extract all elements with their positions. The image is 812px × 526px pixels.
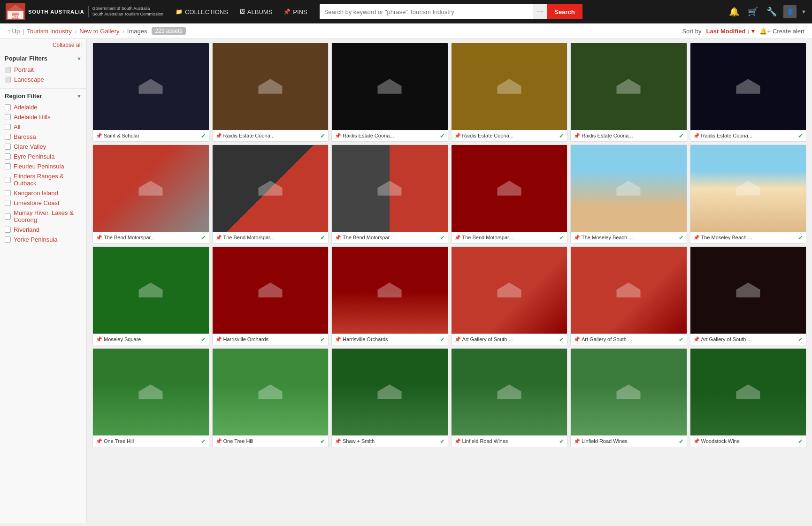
image-card[interactable]: SOUTH 📌Saint & Scholar✔ bbox=[92, 43, 209, 142]
search-bar: ··· Search bbox=[320, 4, 582, 19]
popular-filters-section: Popular Filters ▼ ⬜ Portrait ⬜ Landscape bbox=[0, 51, 86, 89]
image-title: 📌The Bend Motorspar... bbox=[96, 235, 201, 241]
avatar-dropdown[interactable]: ▼ bbox=[801, 9, 806, 15]
sidebar: Collapse all Popular Filters ▼ ⬜ Portrai… bbox=[0, 39, 87, 523]
tourism-industry-link[interactable]: Tourism Industry bbox=[27, 28, 72, 35]
region-item-12[interactable]: Yorke Peninsula bbox=[5, 235, 82, 244]
popular-filters-title[interactable]: Popular Filters ▼ bbox=[5, 55, 82, 62]
region-item-5[interactable]: Eyre Peninsula bbox=[5, 152, 82, 161]
region-checkbox bbox=[5, 213, 11, 220]
region-item-7[interactable]: Flinders Ranges & Outback bbox=[5, 171, 82, 188]
landscape-filter[interactable]: ⬜ Landscape bbox=[5, 75, 82, 84]
region-item-8[interactable]: Kangaroo Island bbox=[5, 188, 82, 198]
verified-check-icon: ✔ bbox=[201, 336, 206, 343]
sort-arrow-icon: ↓ ▾ bbox=[747, 28, 755, 35]
sep3: › bbox=[122, 28, 124, 35]
region-item-9[interactable]: Limestone Coast bbox=[5, 198, 82, 208]
collections-nav[interactable]: 📁 COLLECTIONS bbox=[171, 6, 233, 18]
region-label: Clare Valley bbox=[14, 143, 46, 150]
image-title-text: Art Gallery of South ... bbox=[701, 336, 752, 342]
image-card[interactable]: SOUTH 📌Linfield Road Wines✔ bbox=[570, 348, 687, 447]
image-card[interactable]: SOUTH 📌The Bend Motorspar...✔ bbox=[92, 145, 209, 244]
breadcrumb-up[interactable]: ↑ Up bbox=[8, 28, 20, 35]
user-avatar[interactable]: 👤 bbox=[783, 5, 797, 18]
image-title: 📌Harrisville Orchards bbox=[335, 336, 440, 343]
svg-marker-26 bbox=[617, 181, 641, 196]
image-card[interactable]: SOUTH 📌The Bend Motorspar...✔ bbox=[331, 145, 448, 244]
image-card[interactable]: SOUTH 📌Raidis Estate Coona...✔ bbox=[331, 43, 448, 142]
svg-text:SOUTH: SOUTH bbox=[380, 190, 391, 193]
region-item-3[interactable]: Barossa bbox=[5, 132, 82, 142]
region-filter-title[interactable]: Region Filter ▼ bbox=[5, 92, 82, 99]
image-card[interactable]: SOUTH 📌Art Gallery of South ...✔ bbox=[690, 246, 807, 345]
image-thumbnail: SOUTH bbox=[93, 145, 209, 232]
create-alert-btn[interactable]: 🔔+ Create alert bbox=[759, 28, 804, 35]
image-card[interactable]: SOUTH 📌One Tree Hill✔ bbox=[92, 348, 209, 447]
sort-field[interactable]: Last Modified ↓ ▾ bbox=[706, 28, 755, 35]
image-card[interactable]: SOUTH 📌The Moseley Beach ...✔ bbox=[690, 145, 807, 244]
verified-check-icon: ✔ bbox=[798, 336, 803, 343]
pin-icon: 📌 bbox=[574, 336, 580, 343]
svg-marker-12 bbox=[497, 79, 521, 94]
pins-nav[interactable]: 📌 PINS bbox=[279, 6, 312, 18]
sa-text: SOUTH AUSTRALIA bbox=[28, 9, 84, 15]
region-item-6[interactable]: Fleurieu Peninsula bbox=[5, 161, 82, 171]
image-title-text: Saint & Scholar bbox=[104, 133, 139, 138]
image-card[interactable]: SOUTH 📌Linfield Road Wines✔ bbox=[451, 348, 568, 447]
verified-check-icon: ✔ bbox=[679, 132, 684, 139]
image-title-text: Raidis Estate Coona... bbox=[343, 133, 394, 138]
region-item-2[interactable]: All bbox=[5, 122, 82, 132]
image-card[interactable]: SOUTH 📌Raidis Estate Coona...✔ bbox=[570, 43, 687, 142]
search-button[interactable]: Search bbox=[547, 4, 582, 19]
tools-icon[interactable]: 🔧 bbox=[765, 5, 779, 19]
pin-icon: 📌 bbox=[335, 438, 341, 444]
image-card[interactable]: SOUTH 📌The Bend Motorspar...✔ bbox=[451, 145, 568, 244]
pin-icon: 📌 bbox=[335, 133, 341, 139]
image-card[interactable]: SOUTH 📌Raidis Estate Coona...✔ bbox=[212, 43, 329, 142]
collections-label: COLLECTIONS bbox=[185, 8, 228, 15]
bell-icon[interactable]: 🔔 bbox=[727, 5, 741, 19]
region-item-4[interactable]: Clare Valley bbox=[5, 142, 82, 152]
sa-logo[interactable]: SOUTH AUSTRALIA SOUTH AUSTRALIA bbox=[6, 3, 84, 20]
region-item-1[interactable]: Adelaide Hills bbox=[5, 112, 82, 122]
image-card[interactable]: SOUTH 📌The Moseley Beach ...✔ bbox=[570, 145, 687, 244]
pin-icon: 📌 bbox=[693, 133, 700, 139]
image-footer: 📌Art Gallery of South ...✔ bbox=[690, 334, 806, 345]
image-card[interactable]: SOUTH 📌Raidis Estate Coona...✔ bbox=[690, 43, 807, 142]
image-footer: 📌Harrisville Orchards✔ bbox=[213, 334, 329, 345]
image-card[interactable]: SOUTH 📌Art Gallery of South ...✔ bbox=[570, 246, 687, 345]
image-title-text: Art Gallery of South ... bbox=[462, 336, 513, 342]
verified-check-icon: ✔ bbox=[798, 132, 803, 139]
cart-icon[interactable]: 🛒 bbox=[746, 5, 760, 19]
search-input[interactable] bbox=[320, 4, 533, 19]
albums-nav[interactable]: 🖼 ALBUMS bbox=[235, 6, 277, 18]
svg-marker-6 bbox=[139, 79, 163, 94]
image-card[interactable]: SOUTH 📌Woodstock Wine✔ bbox=[690, 348, 807, 447]
image-card[interactable]: SOUTH 📌Harrisville Orchards✔ bbox=[212, 246, 329, 345]
image-thumbnail: SOUTH bbox=[213, 349, 329, 435]
image-card[interactable]: SOUTH 📌Shaw + Smith✔ bbox=[331, 348, 448, 447]
search-dots-btn[interactable]: ··· bbox=[533, 4, 547, 19]
region-item-11[interactable]: Riverland bbox=[5, 225, 82, 235]
image-footer: 📌Raidis Estate Coona...✔ bbox=[213, 130, 329, 141]
region-label: Eyre Peninsula bbox=[14, 153, 54, 160]
collapse-all-btn[interactable]: Collapse all bbox=[0, 39, 86, 51]
pin-icon: 📌 bbox=[215, 438, 222, 444]
verified-check-icon: ✔ bbox=[320, 438, 325, 445]
image-card[interactable]: SOUTH 📌The Bend Motorspar...✔ bbox=[212, 145, 329, 244]
portrait-filter[interactable]: ⬜ Portrait bbox=[5, 65, 82, 75]
image-card[interactable]: SOUTH 📌Harrisville Orchards✔ bbox=[331, 246, 448, 345]
svg-marker-28 bbox=[736, 181, 760, 196]
new-to-gallery-link[interactable]: New to Gallery bbox=[79, 28, 119, 35]
verified-check-icon: ✔ bbox=[320, 234, 325, 241]
image-card[interactable]: SOUTH 📌Moseley Square✔ bbox=[92, 246, 209, 345]
image-title: 📌Harrisville Orchards bbox=[215, 336, 321, 343]
region-item-10[interactable]: Murray River, Lakes & Coorong bbox=[5, 208, 82, 225]
image-thumbnail: SOUTH bbox=[452, 247, 567, 334]
pin-icon: 📌 bbox=[454, 336, 461, 343]
image-card[interactable]: SOUTH 📌One Tree Hill✔ bbox=[212, 348, 329, 447]
image-card[interactable]: SOUTH 📌Art Gallery of South ...✔ bbox=[451, 246, 568, 345]
image-card[interactable]: SOUTH 📌Raidis Estate Coona...✔ bbox=[451, 43, 568, 142]
region-item-0[interactable]: Adelaide bbox=[5, 102, 82, 112]
breadcrumb-right: Sort by Last Modified ↓ ▾ 🔔+ Create aler… bbox=[682, 28, 804, 35]
